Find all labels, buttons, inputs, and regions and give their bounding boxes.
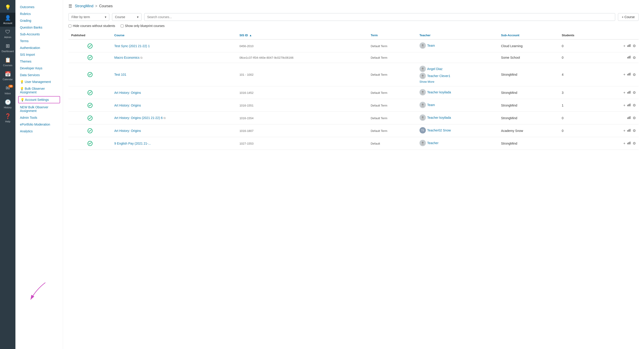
settings-action-icon[interactable]: ⚙: [633, 90, 636, 95]
brand-link[interactable]: StrongMind: [75, 4, 94, 8]
course-name-link[interactable]: Art History: Origins (2021 21-22) 6: [114, 116, 162, 120]
stats-action-icon[interactable]: [627, 55, 631, 60]
nav-data-services[interactable]: Data Services: [16, 72, 63, 78]
hide-without-students-label[interactable]: Hide courses without students: [68, 24, 115, 28]
stats-action-icon[interactable]: [627, 103, 631, 107]
add-action-icon[interactable]: +: [623, 141, 626, 145]
nav-admin-tools[interactable]: Admin Tools: [16, 114, 63, 121]
sidebar-item-help[interactable]: ❓ Help: [0, 111, 16, 125]
menu-toggle-icon[interactable]: ☰: [68, 4, 72, 8]
svg-rect-22: [628, 91, 629, 94]
stats-action-icon[interactable]: [627, 129, 631, 133]
col-course[interactable]: Course: [112, 31, 237, 39]
nav-terms[interactable]: Terms: [16, 38, 63, 44]
sidebar-item-admin[interactable]: 🛡 Admin: [0, 27, 16, 41]
filter-course-dropdown[interactable]: Course ▾: [112, 13, 142, 21]
teacher-name-link[interactable]: Teacher02 Snow: [427, 128, 451, 132]
nav-account-settings[interactable]: 💡 Account Settings: [18, 96, 60, 103]
nav-eportfolio[interactable]: ePortfolio Moderation: [16, 121, 63, 128]
stats-action-icon[interactable]: [627, 91, 631, 95]
stats-action-icon[interactable]: [627, 141, 631, 145]
nav-rubrics[interactable]: Rubrics: [16, 10, 63, 17]
nav-outcomes[interactable]: Outcomes: [16, 4, 63, 10]
teacher-name-link[interactable]: Team: [427, 103, 435, 107]
svg-rect-34: [628, 117, 629, 119]
search-input[interactable]: [144, 13, 615, 21]
cell-course: Art History: Origins: [112, 86, 237, 99]
stats-action-icon[interactable]: [627, 116, 631, 120]
cell-sis-id: 1027-1553: [237, 137, 368, 150]
sis-id-value: 06ce1c37-ff34-440e-8047-9c0279c06166: [240, 56, 294, 59]
show-more-link[interactable]: Show More: [420, 80, 434, 83]
students-count: 0: [562, 129, 564, 133]
filter-term-dropdown[interactable]: Filter by term ▾: [68, 13, 109, 21]
nav-sub-accounts[interactable]: Sub-Accounts: [16, 31, 63, 38]
sub-account-value: Cloud Learning: [501, 44, 523, 48]
sidebar-item-inbox[interactable]: ✉ Inbox 10: [0, 83, 16, 97]
hide-without-students-checkbox[interactable]: [68, 24, 72, 27]
sidebar-item-courses[interactable]: 📋 Courses: [0, 55, 16, 69]
add-action-icon[interactable]: +: [623, 91, 626, 95]
table-row: Test 101101 - 1002Default Term Angel Dia…: [68, 63, 638, 86]
teacher-name-link[interactable]: Teacher koyilada: [427, 116, 451, 119]
nav-grading[interactable]: Grading: [16, 17, 63, 24]
settings-action-icon[interactable]: ⚙: [633, 141, 636, 145]
show-blueprint-checkbox[interactable]: [121, 24, 124, 27]
nav-user-management[interactable]: 💡 User Management: [16, 78, 63, 85]
nav-developer-keys[interactable]: Developer Keys: [16, 65, 63, 72]
show-blueprint-label[interactable]: Show only blueprint courses: [121, 24, 165, 28]
nav-sis-import[interactable]: SIS Import: [16, 51, 63, 58]
settings-action-icon[interactable]: ⚙: [633, 44, 636, 48]
cell-published: [68, 137, 112, 150]
course-name-link[interactable]: 9 English Pay (2021 21-...: [114, 142, 151, 145]
col-sub-account[interactable]: Sub-Account: [498, 31, 559, 39]
students-count: 0: [562, 116, 564, 120]
course-name-link[interactable]: Test 101: [114, 73, 126, 76]
svg-point-26: [421, 106, 424, 107]
students-count: 1: [562, 104, 564, 107]
sidebar-item-history[interactable]: 🕐 History: [0, 97, 16, 111]
teacher-name-link[interactable]: Angel Diaz: [427, 67, 443, 71]
copy-icon[interactable]: ⧉: [140, 56, 142, 59]
sidebar-logo[interactable]: 💡: [0, 2, 16, 13]
settings-action-icon[interactable]: ⚙: [633, 103, 636, 107]
col-teacher[interactable]: Teacher: [417, 31, 498, 39]
teacher-name-link[interactable]: Teacher Clever1: [427, 74, 450, 78]
settings-action-icon[interactable]: ⚙: [633, 55, 636, 60]
teacher-name-link[interactable]: Teacher koyilada: [427, 90, 451, 94]
sidebar-item-account[interactable]: 👤 Account: [0, 13, 16, 27]
course-name-link[interactable]: Macro Economics: [114, 56, 140, 59]
sidebar-item-calendar[interactable]: 📅 Calendar: [0, 69, 16, 83]
add-course-button[interactable]: + Course: [618, 13, 638, 21]
cell-sis-id: 06ce1c37-ff34-440e-8047-9c0279c06166: [237, 52, 368, 63]
nav-bulk-observer[interactable]: 💡 Bulk Observer Assignment: [16, 85, 63, 96]
nav-themes[interactable]: Themes: [16, 58, 63, 65]
add-action-icon[interactable]: +: [623, 44, 626, 48]
col-sis-id[interactable]: SIS ID ▲: [237, 31, 368, 39]
nav-analytics[interactable]: Analytics: [16, 128, 63, 135]
course-name-link[interactable]: Art History: Origins: [114, 91, 141, 94]
students-count: 0: [562, 44, 564, 48]
course-name-link[interactable]: Art History: Origins: [114, 129, 141, 133]
stats-action-icon[interactable]: [627, 44, 631, 48]
nav-question-banks[interactable]: Question Banks: [16, 24, 63, 31]
settings-action-icon[interactable]: ⚙: [633, 128, 636, 133]
nav-authentication[interactable]: Authentication: [16, 44, 63, 51]
add-action-icon[interactable]: +: [623, 103, 626, 107]
settings-action-icon[interactable]: ⚙: [633, 116, 636, 120]
term-value: Default Term: [371, 129, 387, 133]
teacher-name-link[interactable]: Teacher: [427, 141, 438, 145]
course-name-link[interactable]: Test Sync (2021 21-22) 1: [114, 44, 150, 48]
col-term[interactable]: Term: [368, 31, 417, 39]
nav-new-bulk-observer[interactable]: NEW Bulk Observer Assignment: [16, 104, 63, 114]
svg-point-13: [422, 74, 424, 76]
teacher-name-link[interactable]: Team: [427, 44, 435, 47]
copy-icon[interactable]: ⧉: [164, 116, 166, 120]
add-action-icon[interactable]: +: [623, 72, 626, 77]
history-icon: 🕐: [5, 99, 11, 105]
stats-action-icon[interactable]: [627, 72, 631, 77]
sidebar-item-dashboard[interactable]: ⊞ Dashboard: [0, 41, 16, 55]
add-action-icon[interactable]: +: [623, 129, 626, 133]
settings-action-icon[interactable]: ⚙: [633, 72, 636, 77]
course-name-link[interactable]: Art History: Origins: [114, 104, 141, 107]
